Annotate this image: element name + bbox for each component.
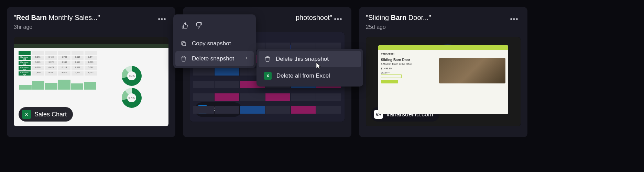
web-sub: A Modern Touch to the Office (381, 63, 436, 65)
card-title-block: "Sliding Barn Door..." 25d ago (366, 13, 508, 30)
card-timestamp: 3hr ago (14, 24, 156, 30)
delete-all-excel-item[interactable]: X Delete all from Excel (259, 67, 361, 84)
title-pre: "Sliding (366, 14, 391, 21)
excel-icon: X (264, 72, 272, 80)
title-rest: Door..." (406, 14, 431, 21)
trash-icon (264, 56, 271, 62)
mini-bar-chart (19, 77, 97, 90)
web-preview: VanArsdel Sliding Barn Door A Modern Tou… (366, 37, 521, 126)
menu-item-label: Delete snapshot (192, 55, 234, 62)
snapshot-thumbnail[interactable]: VanArsdel Sliding Barn Door A Modern Tou… (366, 37, 521, 126)
mouse-cursor-icon (316, 62, 322, 70)
card-header: "Red Barn Monthly Sales..." 3hr ago ••• (14, 13, 168, 30)
app-badge-label: Sales Chart (34, 111, 67, 118)
card-timestamp: 25d ago (366, 24, 508, 30)
excel-row-label: Contoso - Q1 (19, 56, 31, 60)
context-menu: Copy snapshot Delete snapshot (173, 14, 256, 68)
more-options-button[interactable]: ••• (508, 13, 521, 25)
title-rest: Monthly Sales..." (47, 14, 100, 21)
menu-item-label: Delete this snapshot (276, 56, 329, 62)
title-rest: photoshoot" (296, 14, 332, 21)
chevron-right-icon (244, 55, 249, 62)
menu-item-label: Copy snapshot (192, 40, 231, 47)
web-price: $1,499.99 (381, 67, 436, 70)
card-title: photoshoot" (259, 13, 332, 22)
excel-row-label: Contoso - Q3 (19, 66, 31, 70)
card-title: "Sliding Barn Door..." (366, 13, 508, 22)
more-options-button[interactable]: ••• (332, 13, 345, 25)
web-cta (381, 80, 398, 83)
donut-chart: 67% (122, 88, 142, 108)
copy-icon (180, 41, 187, 47)
feedback-row (175, 16, 254, 36)
web-qty: QUANTITY (381, 72, 436, 74)
copy-snapshot-item[interactable]: Copy snapshot (175, 36, 254, 51)
donut-chart: 71% (122, 66, 142, 86)
card-title-block: "Red Barn Monthly Sales..." 3hr ago (14, 13, 156, 30)
excel-row-label: Contoso - Q2 (19, 61, 31, 65)
web-brand: VanArsdel (381, 52, 505, 55)
trash-icon (180, 56, 187, 62)
menu-item-label: Delete all from Excel (276, 72, 330, 79)
excel-row-label: Contoso - Q4 (19, 71, 31, 76)
title-match: Red Barn (16, 14, 47, 21)
delete-this-snapshot-item[interactable]: Delete this snapshot (259, 51, 361, 67)
web-product-image (439, 58, 505, 83)
web-heading: Sliding Barn Door (381, 58, 436, 62)
more-options-button[interactable]: ••• (156, 13, 168, 25)
app-badge: X Sales Chart (19, 107, 73, 122)
card-header: "Sliding Barn Door..." 25d ago ••• (366, 13, 521, 30)
snapshot-card[interactable]: "Sliding Barn Door..." 25d ago ••• VanAr… (359, 7, 527, 137)
card-title: "Red Barn Monthly Sales..." (14, 13, 156, 22)
title-match: Barn (391, 14, 407, 21)
delete-submenu: Delete this snapshot X Delete all from E… (256, 49, 363, 87)
donut-pct: 71% (122, 66, 142, 86)
snapshot-thumbnail[interactable]: Contoso - Q15,1765,4246,7005,5686,844 Co… (14, 37, 168, 126)
excel-icon: X (22, 110, 31, 119)
thumbs-down-button[interactable] (193, 20, 204, 31)
snapshot-card[interactable]: "Red Barn Monthly Sales..." 3hr ago ••• … (7, 7, 175, 137)
svg-rect-1 (183, 43, 186, 46)
thumbs-up-button[interactable] (179, 20, 190, 31)
donut-pct: 67% (122, 88, 142, 108)
delete-snapshot-item[interactable]: Delete snapshot (175, 51, 254, 66)
